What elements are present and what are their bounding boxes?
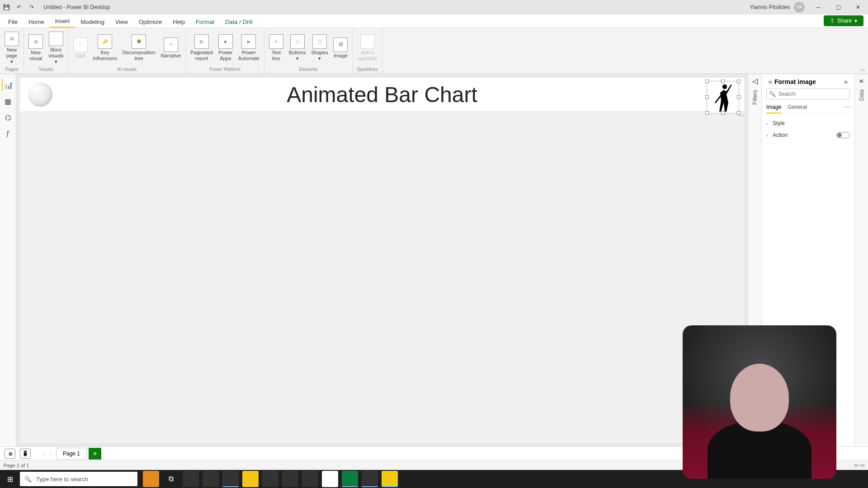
format-tab-general[interactable]: General [788, 104, 807, 113]
chevron-down-icon: ▾ [318, 56, 321, 61]
model-view-button[interactable]: ⌬ [2, 111, 14, 124]
narrative-button[interactable]: ≡Narrative [158, 29, 184, 67]
task-view-button[interactable]: ⧉ [161, 470, 181, 488]
ribbon-button-label: Buttons [289, 50, 306, 56]
ribbon-group-label: Sparklines [354, 67, 380, 73]
taskbar-app[interactable] [183, 471, 199, 487]
format-search-input[interactable] [766, 89, 850, 99]
start-button[interactable]: ⊞ [0, 470, 20, 488]
prev-page-button[interactable]: ‹ [40, 450, 47, 457]
ribbon-tab-view[interactable]: View [110, 16, 133, 28]
resize-handle[interactable] [705, 80, 709, 83]
ribbon-tab-data-drill[interactable]: Data / Drill [220, 16, 258, 28]
report-view-button[interactable]: 📊 [2, 79, 14, 91]
format-section-style[interactable]: › Style [766, 117, 850, 129]
key-influencers-icon: 🔑 [98, 34, 112, 49]
ribbon-group-label: Elements [266, 67, 351, 73]
page-tab[interactable]: Page 1 [56, 448, 87, 460]
data-pane-collapsed[interactable]: « Data [854, 74, 868, 446]
image-button[interactable]: 🖼Image [330, 29, 350, 67]
ribbon-tab-help[interactable]: Help [167, 16, 190, 28]
power-automate-button[interactable]: ▶Power Automate [236, 29, 262, 67]
format-tabs-more-button[interactable]: ⋯ [844, 104, 850, 113]
autosave-icon[interactable]: 💾 [0, 0, 13, 14]
decomposition-tree-icon: 🌳 [132, 34, 146, 49]
mobile-layout-button[interactable]: 📱 [20, 449, 31, 459]
shapes-button[interactable]: ◯Shapes▾ [308, 29, 330, 67]
paginated-report-button[interactable]: ▥Paginated report [188, 29, 216, 67]
user-name-label: Yiannis Pitsilides [750, 4, 790, 10]
signed-in-user[interactable]: Yiannis Pitsilides YP [750, 2, 805, 13]
taskbar-search[interactable]: 🔍 Type here to search [20, 472, 137, 486]
share-button[interactable]: ⇪ Share ▾ [824, 15, 863, 26]
ribbon-group-label: Power Platform [188, 67, 262, 73]
golf-ball-image[interactable] [28, 82, 52, 107]
qa-icon: Q [73, 38, 88, 52]
taskbar-chrome-icon[interactable] [322, 471, 338, 487]
power-apps-button[interactable]: ◆Power Apps [216, 29, 236, 67]
report-canvas[interactable]: Animated Bar Chart ⋯ [20, 78, 744, 443]
ribbon-group-power-platform: ▥Paginated report ◆Power Apps ▶Power Aut… [186, 28, 264, 74]
undo-icon[interactable]: ↶ [13, 0, 25, 14]
next-page-button[interactable]: › [47, 450, 54, 457]
format-section-label: Action [773, 132, 788, 138]
narrative-icon: ≡ [164, 38, 178, 52]
zoom-controls[interactable]: ▭ ▭ [854, 462, 864, 468]
buttons-button[interactable]: ☐Buttons▾ [286, 29, 308, 67]
window-restore-button[interactable]: ▢ [828, 0, 848, 14]
resize-handle[interactable] [737, 80, 741, 83]
dax-query-view-button[interactable]: ƒ [2, 127, 14, 140]
resize-handle[interactable] [721, 80, 725, 83]
taskbar-app[interactable] [203, 471, 219, 487]
ribbon-button-label: Text box [272, 50, 281, 61]
ribbon-tab-format[interactable]: Format [190, 16, 220, 28]
ribbon-tab-file[interactable]: File [3, 16, 23, 28]
sparkline-icon: 〰 [360, 34, 375, 49]
ribbon-group-pages: ▤New page▾ Pages [0, 28, 24, 74]
redo-icon[interactable]: ↷ [25, 0, 38, 14]
more-visuals-button[interactable]: ⋯More visuals▾ [46, 29, 66, 67]
taskbar-excel-icon[interactable] [342, 471, 358, 487]
taskbar-app[interactable] [262, 471, 278, 487]
ribbon-tab-optimize[interactable]: Optimize [133, 16, 167, 28]
text-box-button[interactable]: AText box [266, 29, 286, 67]
taskbar-app[interactable] [242, 471, 259, 487]
taskbar-obs-icon[interactable] [362, 471, 378, 487]
format-tab-image[interactable]: Image [766, 104, 781, 113]
add-page-button[interactable]: + [89, 448, 101, 460]
resize-handle[interactable] [705, 111, 709, 115]
window-close-button[interactable]: ✕ [848, 0, 868, 14]
ribbon-group-elements: AText box ☐Buttons▾ ◯Shapes▾ 🖼Image Elem… [264, 28, 353, 74]
ribbon-tab-modeling[interactable]: Modeling [75, 16, 110, 28]
new-page-button[interactable]: ▤New page▾ [2, 29, 22, 67]
resize-handle[interactable] [737, 95, 741, 99]
ribbon-button-label: Key influencers [93, 50, 117, 61]
visual-more-options-button[interactable]: ⋯ [738, 112, 745, 119]
format-section-action[interactable]: › Action [766, 129, 850, 141]
key-influencers-button[interactable]: 🔑Key influencers [90, 29, 120, 67]
status-text: Page 1 of 1 [4, 463, 29, 468]
ribbon-collapse-button[interactable]: ︿ [860, 66, 865, 73]
window-minimize-button[interactable]: ─ [808, 0, 828, 14]
taskbar-powerbi-icon[interactable] [382, 471, 398, 487]
left-view-rail: 📊 ▦ ⌬ ƒ [0, 74, 16, 446]
ribbon-tab-insert[interactable]: Insert [50, 15, 75, 28]
taskbar-app[interactable] [282, 471, 298, 487]
action-toggle[interactable] [836, 132, 850, 138]
new-visual-button[interactable]: ▥New visual [26, 29, 46, 67]
desktop-layout-button[interactable]: 🖥 [5, 449, 15, 459]
expand-pane-button[interactable]: » [842, 78, 850, 86]
taskbar-app[interactable] [302, 471, 318, 487]
taskbar-app[interactable] [222, 471, 239, 487]
taskbar-app[interactable] [143, 471, 159, 487]
table-view-button[interactable]: ▦ [2, 95, 14, 108]
golfer-image-selected[interactable] [707, 81, 739, 113]
canvas-title-text[interactable]: Animated Bar Chart [287, 82, 477, 107]
format-section-label: Style [773, 120, 785, 127]
resize-handle[interactable] [721, 111, 725, 115]
collapse-pane-button[interactable]: « [766, 78, 774, 86]
ribbon-tab-home[interactable]: Home [23, 16, 50, 28]
collapse-icon: « [859, 77, 863, 85]
decomposition-tree-button[interactable]: 🌳Decomposition tree [120, 29, 158, 67]
resize-handle[interactable] [705, 95, 709, 99]
